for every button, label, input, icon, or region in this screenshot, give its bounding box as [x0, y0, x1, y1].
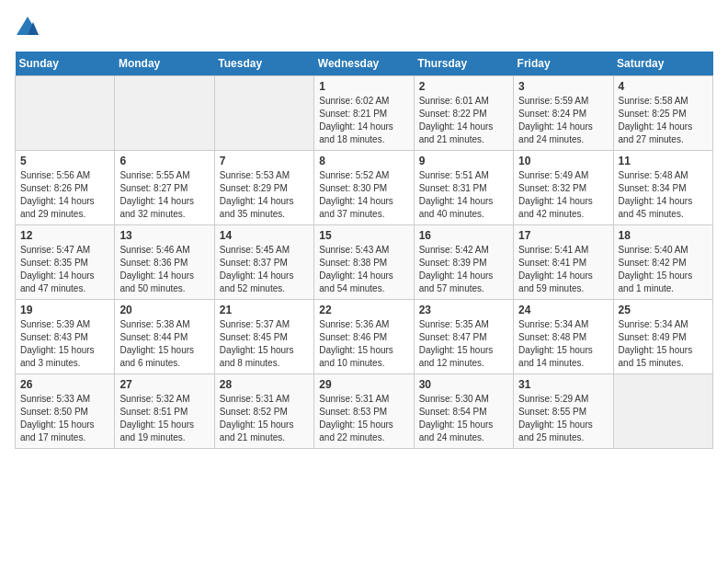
day-info: Sunrise: 5:42 AM Sunset: 8:39 PM Dayligh… — [419, 244, 508, 295]
weekday-header: Sunday — [16, 52, 115, 76]
day-info: Sunrise: 5:38 AM Sunset: 8:44 PM Dayligh… — [119, 318, 209, 370]
day-number: 21 — [220, 304, 309, 316]
weekday-header: Thursday — [414, 52, 513, 76]
calendar-cell: 26Sunrise: 5:33 AM Sunset: 8:50 PM Dayli… — [16, 374, 115, 449]
day-info: Sunrise: 6:01 AM Sunset: 8:22 PM Dayligh… — [419, 95, 508, 146]
calendar-cell: 25Sunrise: 5:34 AM Sunset: 8:49 PM Dayli… — [613, 300, 712, 374]
calendar-cell: 14Sunrise: 5:45 AM Sunset: 8:37 PM Dayli… — [214, 225, 313, 300]
day-number: 12 — [20, 229, 109, 242]
day-number: 11 — [619, 155, 708, 167]
day-number: 9 — [419, 155, 508, 167]
day-info: Sunrise: 5:52 AM Sunset: 8:30 PM Dayligh… — [319, 169, 408, 221]
calendar-cell: 22Sunrise: 5:36 AM Sunset: 8:46 PM Dayli… — [314, 300, 414, 374]
day-info: Sunrise: 5:39 AM Sunset: 8:43 PM Dayligh… — [20, 318, 109, 370]
calendar-week-row: 5Sunrise: 5:56 AM Sunset: 8:26 PM Daylig… — [16, 151, 713, 225]
day-info: Sunrise: 5:56 AM Sunset: 8:26 PM Dayligh… — [20, 169, 109, 221]
day-number: 24 — [518, 304, 608, 316]
day-info: Sunrise: 5:51 AM Sunset: 8:31 PM Dayligh… — [419, 169, 508, 221]
day-info: Sunrise: 5:31 AM Sunset: 8:52 PM Dayligh… — [220, 393, 309, 444]
day-number: 29 — [319, 378, 408, 391]
weekday-header: Tuesday — [214, 52, 313, 76]
day-number: 25 — [619, 304, 708, 316]
day-info: Sunrise: 5:32 AM Sunset: 8:51 PM Dayligh… — [119, 393, 209, 444]
day-info: Sunrise: 5:41 AM Sunset: 8:41 PM Dayligh… — [518, 244, 608, 295]
day-number: 15 — [319, 229, 408, 242]
weekday-header: Monday — [115, 52, 214, 76]
day-number: 10 — [518, 155, 608, 167]
calendar-cell: 1Sunrise: 6:02 AM Sunset: 8:21 PM Daylig… — [314, 76, 414, 151]
calendar-cell: 16Sunrise: 5:42 AM Sunset: 8:39 PM Dayli… — [414, 225, 513, 300]
calendar-cell — [214, 76, 313, 151]
calendar-cell: 19Sunrise: 5:39 AM Sunset: 8:43 PM Dayli… — [16, 300, 115, 374]
day-info: Sunrise: 5:36 AM Sunset: 8:46 PM Dayligh… — [319, 318, 408, 370]
calendar-cell — [613, 374, 712, 449]
calendar-cell: 27Sunrise: 5:32 AM Sunset: 8:51 PM Dayli… — [115, 374, 214, 449]
day-info: Sunrise: 5:48 AM Sunset: 8:34 PM Dayligh… — [619, 169, 708, 221]
day-info: Sunrise: 5:33 AM Sunset: 8:50 PM Dayligh… — [20, 393, 109, 444]
logo-icon — [15, 15, 40, 40]
day-info: Sunrise: 5:47 AM Sunset: 8:35 PM Dayligh… — [20, 244, 109, 295]
calendar-cell: 23Sunrise: 5:35 AM Sunset: 8:47 PM Dayli… — [414, 300, 513, 374]
weekday-header: Saturday — [613, 52, 712, 76]
calendar-cell: 3Sunrise: 5:59 AM Sunset: 8:24 PM Daylig… — [514, 76, 613, 151]
day-info: Sunrise: 5:43 AM Sunset: 8:38 PM Dayligh… — [319, 244, 408, 295]
calendar-cell: 31Sunrise: 5:29 AM Sunset: 8:55 PM Dayli… — [514, 374, 613, 449]
calendar-cell: 29Sunrise: 5:31 AM Sunset: 8:53 PM Dayli… — [314, 374, 414, 449]
day-number: 7 — [220, 155, 309, 167]
calendar-cell: 5Sunrise: 5:56 AM Sunset: 8:26 PM Daylig… — [16, 151, 115, 225]
day-number: 31 — [518, 378, 608, 391]
day-info: Sunrise: 5:34 AM Sunset: 8:49 PM Dayligh… — [619, 318, 708, 370]
calendar-cell: 13Sunrise: 5:46 AM Sunset: 8:36 PM Dayli… — [115, 225, 214, 300]
day-number: 1 — [319, 80, 408, 93]
day-info: Sunrise: 5:35 AM Sunset: 8:47 PM Dayligh… — [419, 318, 508, 370]
calendar-cell: 15Sunrise: 5:43 AM Sunset: 8:38 PM Dayli… — [314, 225, 414, 300]
day-number: 3 — [518, 80, 608, 93]
day-number: 8 — [319, 155, 408, 167]
calendar-week-row: 12Sunrise: 5:47 AM Sunset: 8:35 PM Dayli… — [16, 225, 713, 300]
day-number: 4 — [619, 80, 708, 93]
calendar-table: SundayMondayTuesdayWednesdayThursdayFrid… — [15, 52, 713, 449]
calendar-week-row: 1Sunrise: 6:02 AM Sunset: 8:21 PM Daylig… — [16, 76, 713, 151]
day-info: Sunrise: 5:53 AM Sunset: 8:29 PM Dayligh… — [220, 169, 309, 221]
day-number: 5 — [20, 155, 109, 167]
calendar-week-row: 19Sunrise: 5:39 AM Sunset: 8:43 PM Dayli… — [16, 300, 713, 374]
calendar-cell: 17Sunrise: 5:41 AM Sunset: 8:41 PM Dayli… — [514, 225, 613, 300]
day-number: 22 — [319, 304, 408, 316]
calendar-cell: 7Sunrise: 5:53 AM Sunset: 8:29 PM Daylig… — [214, 151, 313, 225]
calendar-cell: 18Sunrise: 5:40 AM Sunset: 8:42 PM Dayli… — [613, 225, 712, 300]
day-info: Sunrise: 5:34 AM Sunset: 8:48 PM Dayligh… — [518, 318, 608, 370]
calendar-cell: 28Sunrise: 5:31 AM Sunset: 8:52 PM Dayli… — [214, 374, 313, 449]
calendar-cell: 21Sunrise: 5:37 AM Sunset: 8:45 PM Dayli… — [214, 300, 313, 374]
day-info: Sunrise: 5:46 AM Sunset: 8:36 PM Dayligh… — [119, 244, 209, 295]
day-info: Sunrise: 5:30 AM Sunset: 8:54 PM Dayligh… — [419, 393, 508, 444]
calendar-cell: 2Sunrise: 6:01 AM Sunset: 8:22 PM Daylig… — [414, 76, 513, 151]
calendar-cell: 9Sunrise: 5:51 AM Sunset: 8:31 PM Daylig… — [414, 151, 513, 225]
day-info: Sunrise: 5:37 AM Sunset: 8:45 PM Dayligh… — [220, 318, 309, 370]
calendar-cell — [16, 76, 115, 151]
day-info: Sunrise: 5:45 AM Sunset: 8:37 PM Dayligh… — [220, 244, 309, 295]
day-number: 20 — [119, 304, 209, 316]
day-number: 30 — [419, 378, 508, 391]
day-info: Sunrise: 6:02 AM Sunset: 8:21 PM Dayligh… — [319, 95, 408, 146]
day-number: 14 — [220, 229, 309, 242]
calendar-week-row: 26Sunrise: 5:33 AM Sunset: 8:50 PM Dayli… — [16, 374, 713, 449]
day-number: 2 — [419, 80, 508, 93]
weekday-header-row: SundayMondayTuesdayWednesdayThursdayFrid… — [16, 52, 713, 76]
logo — [15, 15, 42, 40]
calendar-cell: 30Sunrise: 5:30 AM Sunset: 8:54 PM Dayli… — [414, 374, 513, 449]
calendar-cell: 10Sunrise: 5:49 AM Sunset: 8:32 PM Dayli… — [514, 151, 613, 225]
day-info: Sunrise: 5:55 AM Sunset: 8:27 PM Dayligh… — [119, 169, 209, 221]
calendar-cell — [115, 76, 214, 151]
calendar-cell: 12Sunrise: 5:47 AM Sunset: 8:35 PM Dayli… — [16, 225, 115, 300]
calendar-cell: 4Sunrise: 5:58 AM Sunset: 8:25 PM Daylig… — [613, 76, 712, 151]
calendar-cell: 8Sunrise: 5:52 AM Sunset: 8:30 PM Daylig… — [314, 151, 414, 225]
day-number: 16 — [419, 229, 508, 242]
calendar-cell: 6Sunrise: 5:55 AM Sunset: 8:27 PM Daylig… — [115, 151, 214, 225]
day-number: 26 — [20, 378, 109, 391]
weekday-header: Wednesday — [314, 52, 414, 76]
calendar-cell: 24Sunrise: 5:34 AM Sunset: 8:48 PM Dayli… — [514, 300, 613, 374]
day-info: Sunrise: 5:31 AM Sunset: 8:53 PM Dayligh… — [319, 393, 408, 444]
day-number: 19 — [20, 304, 109, 316]
calendar-cell: 20Sunrise: 5:38 AM Sunset: 8:44 PM Dayli… — [115, 300, 214, 374]
day-info: Sunrise: 5:59 AM Sunset: 8:24 PM Dayligh… — [518, 95, 608, 146]
